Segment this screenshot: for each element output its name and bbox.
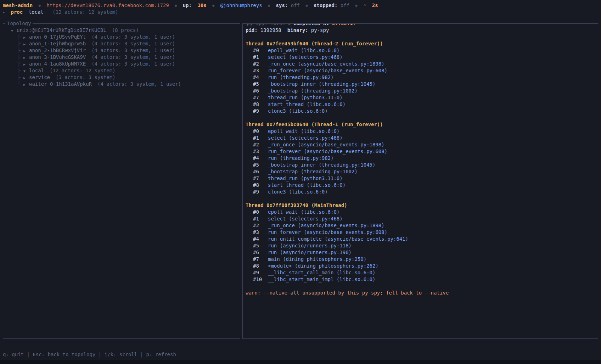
- stack-frame: #2_run_once (asyncio/base_events.py:1898…: [246, 141, 595, 148]
- toggle-arrow-icon[interactable]: ▶: [23, 54, 29, 61]
- process-name: anon_4-1au8kUpNM7XE: [29, 61, 86, 67]
- frame-number: #8: [253, 182, 268, 189]
- tree-node[interactable]: ├▶anon_0-17jUSvvPqEYt(4 actors: 3 system…: [7, 34, 236, 40]
- frame-function: start_thread (libc.so.6:0): [268, 101, 346, 107]
- tree-branch-glyph: └: [17, 81, 23, 88]
- frame-number: #6: [253, 88, 268, 94]
- frame-number: #3: [253, 148, 268, 155]
- pid-value: 1392958: [260, 27, 281, 33]
- stack-frame: #5_bootstrap_inner (threading.py:1045): [246, 81, 595, 88]
- thread-block: Thread 0x7ff08f393740 (MainThread) #0epo…: [246, 202, 595, 283]
- host-summary: (8 procs): [112, 27, 139, 33]
- refresh-interval: 2s: [372, 2, 378, 8]
- tree-node-root[interactable]: ▼unix:@HCiT34rURkTgDixBI7rKUCBL(8 procs): [7, 27, 236, 34]
- tree-node[interactable]: ├▶service(3 actors: 3 system): [7, 74, 236, 81]
- process-name: anon_1-1ejhWhqprw5b: [29, 41, 86, 46]
- tree-branch-glyph: ├: [17, 40, 23, 47]
- frame-number: #8: [253, 101, 268, 108]
- tree-node[interactable]: ├▼local(12 actors: 12 system): [7, 67, 236, 74]
- toggle-arrow-icon[interactable]: ▶: [23, 34, 29, 41]
- frame-number: #6: [253, 249, 268, 256]
- bottom-strip: [0, 360, 601, 364]
- stopped-toggle-label: stopped:: [314, 2, 337, 8]
- frame-number: #5: [253, 81, 268, 88]
- frame-function: _bootstrap_inner (threading.py:1045): [268, 162, 375, 168]
- frame-function: epoll_wait (libc.so.6:0): [268, 128, 339, 134]
- frame-number: #0: [253, 209, 268, 215]
- process-info-line: pid:1392958binary:py-spy: [246, 27, 595, 34]
- stack-frame: #5_bootstrap_inner (threading.py:1045): [246, 162, 595, 168]
- tree-node[interactable]: ├▶anon_3-1BVuhcGSKA9V(4 actors: 3 system…: [7, 54, 236, 61]
- toggle-arrow-icon[interactable]: ▶: [23, 41, 29, 47]
- stack-frame: #8<module> (dining_philosophers.py:262): [246, 263, 595, 269]
- stack-frame: #1select (selectors.py:468): [246, 54, 595, 61]
- toggle-arrow-icon[interactable]: ▶: [23, 61, 29, 68]
- separator-dot-icon: ●: [305, 4, 308, 7]
- frame-number: #1: [253, 135, 268, 141]
- frame-function: __libc_start_call_main (libc.so.6:0): [268, 270, 375, 275]
- frame-function: _run_once (asyncio/base_events.py:1898): [268, 223, 384, 228]
- stack-frame: #6_bootstrap (threading.py:1002): [246, 168, 595, 175]
- frame-function: start_thread (libc.so.6:0): [268, 182, 346, 188]
- toggle-arrow-icon[interactable]: ▶: [23, 81, 29, 88]
- frame-function: __libc_start_main_impl (libc.so.6:0): [268, 276, 375, 282]
- process-tree: ▼unix:@HCiT34rURkTgDixBI7rKUCBL(8 procs)…: [3, 24, 240, 91]
- pyspy-panel[interactable]: py-spy: local●Completed at07:02:17 pid:1…: [242, 23, 598, 339]
- process-summary: (4 actors: 3 system, 1 user): [91, 61, 175, 67]
- frame-number: #7: [253, 175, 268, 182]
- stack-frame: #8start_thread (libc.so.6:0): [246, 101, 595, 108]
- process-summary: (4 actors: 3 system, 1 user): [91, 34, 175, 40]
- warning-message: warn: --native-all unsupported by this p…: [246, 290, 595, 296]
- tree-node[interactable]: ├▶anon_2-1bBCRwxVjVir(4 actors: 3 system…: [7, 47, 236, 54]
- stack-frame: #1select (selectors.py:468): [246, 215, 595, 222]
- pyspy-output[interactable]: pid:1392958binary:py-spy Thread 0x7fee45…: [243, 24, 598, 338]
- frame-function: epoll_wait (libc.so.6:0): [268, 47, 339, 53]
- stack-frame: #0epoll_wait (libc.so.6:0): [246, 128, 595, 135]
- frame-number: #9: [253, 108, 268, 114]
- thread-header: Thread 0x7fee453bf640 (Thread-2 (run_for…: [246, 40, 595, 47]
- frame-number: #5: [253, 242, 268, 249]
- frame-function: clone3 (libc.so.6:0): [268, 108, 328, 114]
- frame-function: _bootstrap_inner (threading.py:1045): [268, 81, 375, 87]
- frame-function: run (asyncio/runners.py:118): [268, 243, 352, 248]
- proc-command: proc: [11, 9, 23, 15]
- frame-function: select (selectors.py:468): [268, 54, 343, 60]
- process-name: service: [29, 74, 50, 80]
- tree-node[interactable]: ├▶anon_1-1ejhWhqprw5b(4 actors: 3 system…: [7, 40, 236, 47]
- stopped-toggle-value[interactable]: off: [341, 2, 349, 8]
- frame-number: #3: [253, 229, 268, 236]
- frame-function: run_forever (asyncio/base_events.py:608): [268, 229, 387, 235]
- stack-frame: #1select (selectors.py:468): [246, 135, 595, 141]
- process-summary: (4 actors: 3 system, 1 user): [97, 81, 181, 87]
- pyspy-completed-time: 07:02:17: [332, 23, 356, 26]
- server-url[interactable]: https://devvm18676.rva0.facebook.com:172…: [46, 2, 169, 8]
- toggle-arrow-icon[interactable]: ▶: [23, 47, 29, 54]
- frame-function: thread_run (python3.11:0): [268, 175, 343, 181]
- stack-frame: #7thread_run (python3.11:0): [246, 175, 595, 182]
- collapse-arrow-icon[interactable]: ▼: [11, 27, 17, 34]
- frame-number: #0: [253, 128, 268, 135]
- process-summary: (3 actors: 3 system): [56, 74, 116, 80]
- refresh-spinner-icon: ◦: [363, 2, 366, 8]
- frame-function: run_forever (asyncio/base_events.py:608): [268, 68, 387, 73]
- stack-frame: #4run (threading.py:982): [246, 155, 595, 162]
- separator-dot-icon: ●: [39, 4, 41, 7]
- frame-number: #4: [253, 155, 268, 162]
- process-summary: (4 actors: 3 system, 1 user): [91, 47, 175, 53]
- host-name: unix:@HCiT34rURkTgDixBI7rKUCBL: [17, 27, 106, 33]
- topology-panel[interactable]: Topology ▼unix:@HCiT34rURkTgDixBI7rKUCBL…: [3, 23, 240, 339]
- sys-toggle-value[interactable]: off: [291, 2, 300, 8]
- frame-function: <module> (dining_philosophers.py:262): [268, 263, 378, 269]
- stack-frame: #2_run_once (asyncio/base_events.py:1898…: [246, 222, 595, 229]
- frame-function: main (dining_philosophers.py:250): [268, 256, 366, 262]
- stack-frame: #4run_until_complete (asyncio/base_event…: [246, 236, 595, 242]
- stack-frame: #5run (asyncio/runners.py:118): [246, 242, 595, 249]
- frame-number: #2: [253, 222, 268, 229]
- stack-frames: #0epoll_wait (libc.so.6:0) #1select (sel…: [246, 209, 595, 283]
- tree-node[interactable]: └▶waiter_0-1h131aAVpkuR(4 actors: 3 syst…: [7, 81, 236, 88]
- toggle-arrow-icon[interactable]: ▼: [23, 68, 29, 74]
- stack-frame: #9clone3 (libc.so.6:0): [246, 108, 595, 114]
- toggle-arrow-icon[interactable]: ▶: [23, 74, 29, 81]
- uptime-value: 30s: [197, 2, 206, 8]
- tree-node[interactable]: ├▶anon_4-1au8kUpNM7XE(4 actors: 3 system…: [7, 61, 236, 67]
